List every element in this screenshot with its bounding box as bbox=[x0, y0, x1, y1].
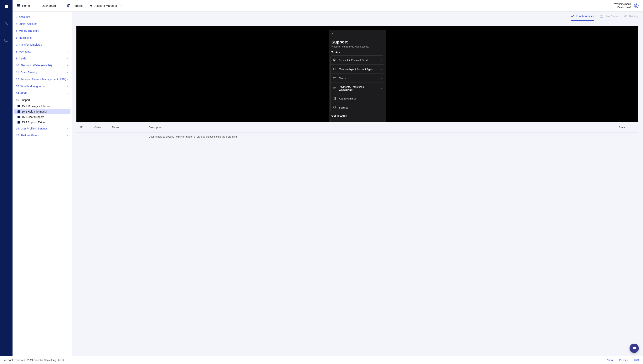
svg-rect-12 bbox=[19, 6, 20, 6]
topic-memberships[interactable]: Memberships & Account Types› bbox=[331, 65, 384, 74]
tree-item-templates[interactable]: 7. Transfer Templates bbox=[13, 41, 72, 48]
back-button[interactable] bbox=[329, 32, 386, 36]
reports-icon bbox=[67, 4, 71, 8]
tree-item-alerts[interactable]: 14. Alerts bbox=[13, 90, 72, 96]
topic-payments[interactable]: Payments, Transfers & Withdrawals› bbox=[331, 83, 384, 94]
briefcase-icon bbox=[600, 14, 603, 18]
tree-item-ewallet[interactable]: 10. Electronic Wallet (eWallet) bbox=[13, 62, 72, 69]
nav-account-manager[interactable]: Account Manager bbox=[89, 4, 122, 8]
chevron-right-icon: › bbox=[381, 77, 382, 80]
chevron-right-icon: › bbox=[381, 68, 382, 70]
tab-bar: Functionalities Use Cases Pricing bbox=[77, 12, 643, 21]
nav-label: Reports bbox=[72, 4, 83, 7]
video-preview[interactable]: Support What can we help you with, Sotir… bbox=[77, 26, 638, 122]
sub-item-help-info[interactable]: 15.2 Help Information bbox=[14, 109, 71, 114]
money-icon bbox=[624, 14, 627, 18]
chat-launcher[interactable] bbox=[629, 344, 639, 353]
footer: All rights reserved - 2021 Scientia Cons… bbox=[0, 356, 643, 364]
user-circle-icon bbox=[333, 58, 336, 62]
tab-usecases[interactable]: Use Cases bbox=[600, 14, 619, 21]
table-header: ID Video Name Description State bbox=[77, 122, 638, 132]
topics-header: Topics bbox=[332, 51, 383, 54]
sub-item-extras[interactable]: 15.4 Support Extras bbox=[13, 120, 72, 125]
tree-item-openbanking[interactable]: 11. Open Banking bbox=[13, 69, 72, 76]
tree-item-accounts[interactable]: 3. Accounts bbox=[13, 14, 72, 20]
table-row[interactable]: User is able to access help information … bbox=[77, 132, 638, 141]
sub-item-chat[interactable]: 15.3 Chat Support bbox=[13, 114, 72, 120]
nav-dashboard[interactable]: Dashboard bbox=[36, 4, 61, 8]
chat-icon bbox=[632, 346, 636, 350]
folder-icon bbox=[18, 116, 20, 118]
footer-tc[interactable]: T&C bbox=[633, 358, 639, 362]
chevron-down-icon bbox=[66, 44, 69, 46]
footer-about[interactable]: About bbox=[607, 358, 613, 362]
tab-pricing[interactable]: Pricing bbox=[624, 14, 638, 21]
getintouch-messages[interactable]: Messages from N26› bbox=[331, 119, 384, 122]
bars-icon bbox=[36, 4, 40, 8]
svg-point-33 bbox=[334, 59, 335, 60]
tree-item-platform[interactable]: 17. Platform Extras bbox=[13, 132, 72, 139]
col-id: ID bbox=[80, 126, 94, 129]
chevron-down-icon bbox=[66, 134, 69, 136]
chevron-right-icon: › bbox=[381, 106, 382, 109]
chevron-down-icon bbox=[66, 23, 69, 25]
chevron-down-icon bbox=[66, 92, 69, 94]
sidebar-tree: 3. Accounts 4. Junior Account 5. Money T… bbox=[13, 12, 72, 364]
svg-rect-8 bbox=[18, 4, 19, 5]
tab-functionalities[interactable]: Functionalities bbox=[571, 14, 594, 21]
nav-reports[interactable]: Reports bbox=[67, 4, 83, 8]
folder-icon bbox=[18, 105, 20, 107]
tree-item-transfers[interactable]: 5. Money Transfers bbox=[13, 27, 72, 34]
app-icon bbox=[333, 97, 336, 100]
nav-label: Dashboard bbox=[42, 4, 56, 7]
chevron-down-icon bbox=[66, 64, 69, 66]
topic-cards[interactable]: Cards› bbox=[331, 74, 384, 83]
top-header: Home Dashboard Reports Account Manager W… bbox=[13, 0, 643, 12]
topic-app[interactable]: App & Features› bbox=[331, 94, 384, 103]
phone-mock: Support What can we help you with, Sotir… bbox=[329, 30, 386, 122]
avatar-icon[interactable] bbox=[634, 3, 639, 8]
chevron-down-icon bbox=[66, 50, 69, 53]
hamburger-icon[interactable] bbox=[4, 4, 9, 10]
topic-security[interactable]: Security› bbox=[331, 103, 384, 112]
copyright: All rights reserved - 2021 Scientia Cons… bbox=[4, 358, 64, 362]
chevron-down-icon bbox=[66, 85, 69, 87]
tree-item-recipients[interactable]: 6. Recipients bbox=[13, 34, 72, 41]
tree-item-cards[interactable]: 9. Cards bbox=[13, 55, 72, 62]
chevron-down-icon bbox=[120, 5, 122, 7]
chevron-down-icon bbox=[66, 30, 69, 32]
svg-point-26 bbox=[636, 4, 637, 6]
footer-privacy[interactable]: Privacy bbox=[619, 358, 628, 362]
svg-rect-30 bbox=[624, 16, 627, 17]
welcome-text: Welcome back Demo User! bbox=[614, 2, 631, 9]
tree-item-payments[interactable]: 8. Payments bbox=[13, 48, 72, 55]
main-content: Functionalities Use Cases Pricing Sup bbox=[72, 12, 643, 364]
svg-rect-14 bbox=[18, 6, 19, 7]
nav-label: Home bbox=[22, 4, 30, 7]
topic-account[interactable]: Account & Personal Details› bbox=[331, 56, 384, 65]
chevron-right-icon: › bbox=[381, 97, 382, 100]
chevron-down-icon bbox=[66, 127, 69, 130]
tree-item-wealth[interactable]: 13. Wealth Management bbox=[13, 83, 72, 90]
folder-icon bbox=[18, 121, 20, 124]
tree-item-junior[interactable]: 4. Junior Account bbox=[13, 20, 72, 27]
svg-rect-29 bbox=[600, 16, 603, 18]
folder-icon bbox=[18, 110, 20, 113]
nav-home[interactable]: Home bbox=[17, 4, 30, 8]
chevron-up-icon bbox=[66, 99, 69, 101]
monitor-icon[interactable] bbox=[4, 38, 9, 44]
tree-item-pfm[interactable]: 12. Personal Finance Management (PFM) bbox=[13, 76, 72, 83]
svg-rect-13 bbox=[17, 6, 18, 7]
user-icon[interactable] bbox=[4, 21, 9, 26]
tree-item-userprofile[interactable]: 16. User Profile & Settings bbox=[13, 125, 72, 132]
phone-title: Support bbox=[332, 40, 383, 45]
svg-rect-36 bbox=[333, 77, 336, 79]
gear-icon bbox=[571, 14, 574, 18]
card-icon bbox=[333, 67, 336, 71]
sub-item-messages[interactable]: 15.1 Messages & Inbox bbox=[13, 104, 72, 109]
tree-item-support[interactable]: 15. Support bbox=[13, 96, 72, 104]
chevron-down-icon bbox=[66, 57, 69, 60]
transfer-icon bbox=[333, 86, 336, 90]
chevron-down-icon bbox=[66, 16, 69, 18]
svg-point-27 bbox=[571, 16, 572, 17]
